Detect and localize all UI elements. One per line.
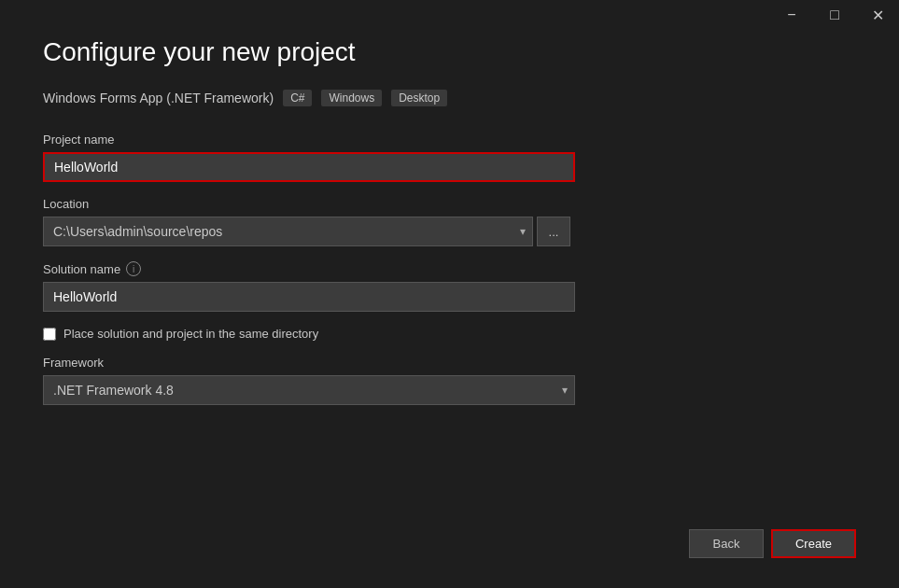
solution-name-input[interactable] — [43, 282, 575, 312]
create-button[interactable]: Create — [771, 529, 856, 558]
close-button[interactable]: ✕ — [856, 0, 899, 30]
location-label: Location — [43, 197, 856, 211]
solution-name-section: Solution name i — [43, 261, 856, 312]
back-button[interactable]: Back — [689, 529, 764, 558]
page-title: Configure your new project — [43, 37, 856, 67]
location-row: C:\Users\admin\source\repos ... — [43, 217, 856, 246]
tag-csharp: C# — [283, 90, 312, 106]
location-section: Location C:\Users\admin\source\repos ... — [43, 197, 856, 246]
subtitle-row: Windows Forms App (.NET Framework) C# Wi… — [43, 90, 856, 106]
subtitle-text: Windows Forms App (.NET Framework) — [43, 91, 274, 105]
bottom-buttons: Back Create — [689, 529, 856, 558]
tag-windows: Windows — [321, 90, 382, 106]
browse-button[interactable]: ... — [537, 217, 570, 246]
location-select-wrapper: C:\Users\admin\source\repos — [43, 217, 533, 246]
main-content: Configure your new project Windows Forms… — [0, 0, 899, 588]
maximize-button[interactable]: □ — [813, 0, 856, 30]
tag-desktop: Desktop — [391, 90, 447, 106]
solution-name-info-icon[interactable]: i — [126, 261, 141, 276]
minimize-button[interactable]: − — [770, 0, 813, 30]
project-name-input[interactable] — [43, 152, 575, 182]
project-name-section: Project name — [43, 133, 856, 182]
title-bar: − □ ✕ — [770, 0, 899, 30]
same-directory-checkbox[interactable] — [43, 328, 56, 341]
solution-name-label: Solution name i — [43, 261, 856, 276]
project-name-label: Project name — [43, 133, 856, 147]
framework-select[interactable]: .NET Framework 4.8 .NET Framework 4.7.2 … — [43, 375, 575, 405]
same-directory-row: Place solution and project in the same d… — [43, 327, 856, 341]
framework-section: Framework .NET Framework 4.8 .NET Framew… — [43, 356, 856, 405]
same-directory-label[interactable]: Place solution and project in the same d… — [63, 327, 318, 341]
framework-label: Framework — [43, 356, 856, 370]
framework-select-wrapper: .NET Framework 4.8 .NET Framework 4.7.2 … — [43, 375, 575, 405]
location-select[interactable]: C:\Users\admin\source\repos — [43, 217, 533, 246]
